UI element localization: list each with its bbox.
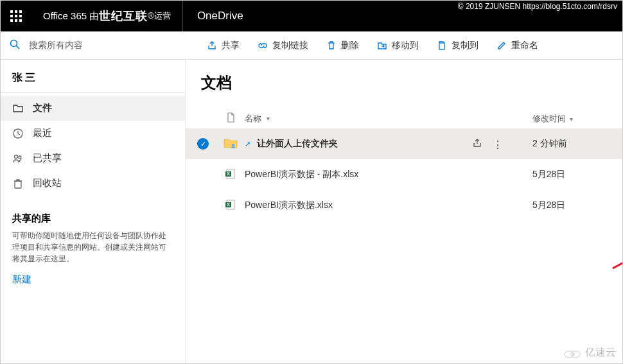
brand-area: Office 365 由 世纪互联 ®运营 <box>31 1 183 31</box>
brand-strong: 世纪互联 <box>99 8 148 24</box>
command-bar: 搜索所有内容 共享 复制链接 删除 移动到 复制到 重命名 <box>1 31 622 60</box>
svg-rect-11 <box>439 43 444 49</box>
svg-point-15 <box>232 143 235 146</box>
svg-rect-8 <box>19 19 22 22</box>
link-icon <box>258 40 268 51</box>
column-name[interactable]: 名称 ▾ <box>245 113 468 125</box>
rename-label: 重命名 <box>511 40 538 51</box>
file-modified: 5月28日 <box>532 200 622 211</box>
svg-rect-0 <box>10 10 13 13</box>
file-list-header: 名称 ▾ 修改时间 ▾ <box>186 108 622 128</box>
sidebar-item-recycle[interactable]: 回收站 <box>1 171 185 196</box>
svg-point-14 <box>19 156 21 159</box>
sidebar: 张 三 文件 最近 已共享 回收站 共享的库 可帮助你随时随地使用任何设备与团队… <box>1 60 186 363</box>
search-box[interactable]: 搜索所有内容 <box>1 31 186 60</box>
app-launcher-button[interactable] <box>1 1 31 31</box>
row-share-button[interactable] <box>468 134 486 152</box>
svg-rect-5 <box>19 15 22 17</box>
rename-button[interactable]: 重命名 <box>488 36 547 55</box>
shared-folder-icon <box>224 137 238 149</box>
file-name: 让外面人上传文件夹 <box>257 138 338 150</box>
copy-icon <box>437 40 447 51</box>
file-name: PowerBI演示数据.xlsx <box>245 200 333 211</box>
file-name: PowerBI演示数据 - 副本.xlsx <box>245 169 358 180</box>
clock-icon <box>12 128 24 139</box>
svg-rect-2 <box>19 10 22 13</box>
search-icon <box>10 39 20 52</box>
svg-point-13 <box>15 155 18 158</box>
app-title[interactable]: OneDrive <box>183 10 258 22</box>
shortcut-icon: ↗ <box>245 140 250 148</box>
share-label: 共享 <box>222 40 240 51</box>
people-icon <box>12 153 24 164</box>
column-modified[interactable]: 修改时间 ▾ <box>532 113 622 125</box>
delete-label: 删除 <box>341 40 359 51</box>
chevron-down-icon: ▾ <box>570 116 573 123</box>
file-list: 名称 ▾ 修改时间 ▾ ✓ <box>186 108 622 221</box>
svg-point-9 <box>11 40 17 46</box>
main-content: 文档 名称 ▾ 修改时间 ▾ ✓ <box>186 60 622 363</box>
recycle-icon <box>12 178 24 189</box>
copyto-label: 复制到 <box>452 40 478 51</box>
svg-line-22 <box>613 251 623 268</box>
sidebar-item-shared[interactable]: 已共享 <box>1 146 185 171</box>
pencil-icon <box>496 40 507 51</box>
copyto-button[interactable]: 复制到 <box>428 36 487 55</box>
excel-file-icon: X <box>225 168 236 180</box>
filetype-icon-header[interactable] <box>216 112 245 125</box>
sidebar-item-files[interactable]: 文件 <box>1 96 185 121</box>
svg-text:X: X <box>227 171 230 176</box>
svg-rect-7 <box>15 19 17 22</box>
file-row[interactable]: X PowerBI演示数据.xlsx 5月28日 <box>186 190 622 221</box>
page-title: 文档 <box>186 73 622 108</box>
trash-icon <box>326 40 337 51</box>
svg-rect-6 <box>10 19 13 22</box>
share-icon <box>207 40 217 51</box>
svg-text:X: X <box>227 202 230 207</box>
file-row[interactable]: X PowerBI演示数据 - 副本.xlsx 5月28日 <box>186 159 622 190</box>
svg-rect-3 <box>10 15 13 17</box>
copylink-label: 复制链接 <box>272 40 308 51</box>
svg-rect-4 <box>15 15 17 17</box>
delete-button[interactable]: 删除 <box>318 36 367 55</box>
new-library-button[interactable]: 新建 <box>1 264 185 295</box>
moveto-label: 移动到 <box>392 40 419 51</box>
sidebar-item-label: 回收站 <box>33 177 62 189</box>
copylink-button[interactable]: 复制链接 <box>249 36 317 55</box>
sidebar-item-recent[interactable]: 最近 <box>1 121 185 146</box>
file-modified: 2 分钟前 <box>532 138 622 150</box>
excel-file-icon: X <box>225 199 236 211</box>
row-more-button[interactable]: ⋮ <box>489 135 507 153</box>
command-buttons: 共享 复制链接 删除 移动到 复制到 重命名 <box>186 36 547 55</box>
share-button[interactable]: 共享 <box>198 36 248 55</box>
watermark-top: © 2019 ZJUNSEN https://blog.51cto.com/rd… <box>458 2 617 11</box>
chevron-down-icon: ▾ <box>267 115 270 122</box>
watermark-bottom: 亿速云 <box>563 346 616 360</box>
sidebar-item-label: 已共享 <box>33 152 62 164</box>
brand-suffix: ®运营 <box>148 10 171 22</box>
check-icon[interactable]: ✓ <box>197 138 209 150</box>
search-placeholder: 搜索所有内容 <box>29 40 83 51</box>
sidebar-item-label: 文件 <box>33 102 52 114</box>
annotation-arrow <box>610 246 623 272</box>
shared-lib-desc: 可帮助你随时随地使用任何设备与团队协作处理项目和共享信息的网站。创建或关注网站可… <box>1 230 185 264</box>
svg-line-10 <box>17 46 20 49</box>
folder-icon <box>12 103 24 114</box>
user-name: 张 三 <box>1 66 185 93</box>
sidebar-item-label: 最近 <box>33 127 52 139</box>
moveto-button[interactable]: 移动到 <box>369 36 427 55</box>
shared-lib-header: 共享的库 <box>1 196 185 230</box>
move-icon <box>377 40 387 51</box>
file-modified: 5月28日 <box>532 169 622 180</box>
svg-rect-1 <box>15 10 17 13</box>
svg-point-25 <box>573 353 575 355</box>
file-row[interactable]: ✓ ↗ 让外面人上传文件夹 ⋮ 2 分钟前 <box>186 128 622 159</box>
brand-prefix: Office 365 由 <box>43 10 99 22</box>
